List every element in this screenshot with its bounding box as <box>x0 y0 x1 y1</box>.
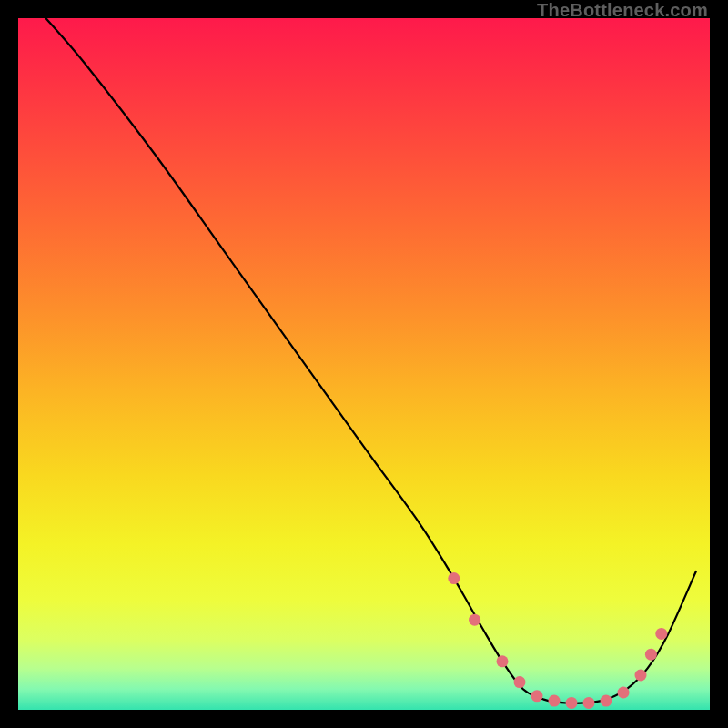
plot-background <box>18 18 710 710</box>
marker-dot <box>655 628 667 640</box>
marker-dot <box>531 690 543 702</box>
marker-dot <box>583 697 595 709</box>
marker-dot <box>514 676 526 688</box>
marker-dot <box>549 695 561 707</box>
marker-dot <box>566 697 578 709</box>
marker-dot <box>497 655 509 667</box>
marker-dot <box>635 670 647 682</box>
marker-dot <box>469 614 480 626</box>
marker-dot <box>448 572 460 584</box>
marker-dot <box>618 687 630 699</box>
bottleneck-chart <box>18 18 710 710</box>
marker-dot <box>601 695 612 707</box>
marker-dot <box>645 649 657 661</box>
